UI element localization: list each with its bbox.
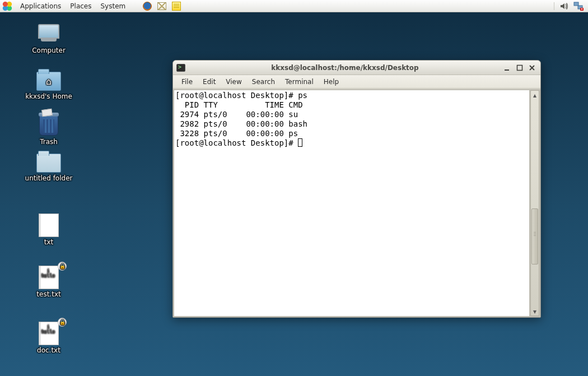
desktop-label: Trash — [40, 138, 58, 146]
trash-icon — [39, 115, 58, 136]
desktop-label: Computer — [32, 47, 66, 54]
terminal-scrollbar[interactable]: ▴ ▾ — [530, 90, 539, 316]
evolution-launcher-icon[interactable] — [156, 1, 167, 11]
menu-places[interactable]: Places — [66, 1, 96, 11]
menu-terminal[interactable]: Terminal — [280, 77, 319, 87]
desktop-label: kkxsd's Home — [25, 92, 72, 100]
computer-icon — [37, 24, 60, 43]
menu-system[interactable]: System — [96, 1, 130, 11]
desktop-icon-home[interactable]: ⌂ kkxsd's Home — [12, 68, 85, 100]
network-icon[interactable] — [573, 1, 584, 11]
gnome-foot-icon — [2, 1, 12, 11]
folder-icon — [36, 154, 61, 173]
svg-rect-4 — [581, 9, 583, 10]
scrollbar-thumb[interactable] — [531, 208, 538, 264]
firefox-launcher-icon[interactable] — [142, 1, 153, 11]
terminal-menubar: File Edit View Search Terminal Help — [173, 75, 540, 89]
menu-search[interactable]: Search — [247, 77, 280, 87]
desktop-label: untitled folder — [25, 174, 73, 182]
menu-help[interactable]: Help — [319, 77, 344, 87]
text-file-icon — [39, 213, 59, 237]
desktop-label: test.txt — [36, 290, 60, 298]
scroll-up-arrow-icon[interactable]: ▴ — [531, 91, 539, 99]
text-file-icon — [39, 322, 59, 345]
terminal-app-icon — [176, 64, 185, 72]
lock-icon: 🔒 — [58, 262, 67, 271]
menu-file[interactable]: File — [176, 77, 198, 87]
desktop-label: txt — [44, 238, 54, 246]
window-minimize-button[interactable] — [502, 63, 512, 72]
menu-applications[interactable]: Applications — [16, 1, 66, 11]
window-maximize-button[interactable] — [515, 63, 525, 72]
desktop-icon-trash[interactable]: Trash — [12, 114, 85, 146]
menu-edit[interactable]: Edit — [198, 77, 221, 87]
terminal-body: [root@localhost Desktop]# ps PID TTY TIM… — [173, 89, 540, 317]
menu-view[interactable]: View — [221, 77, 246, 87]
desktop-icon-txt[interactable]: txt — [12, 214, 85, 246]
panel-separator — [554, 2, 554, 10]
terminal-window: kkxsd@localhost:/home/kkxsd/Desktop File… — [172, 60, 541, 318]
svg-rect-6 — [517, 65, 522, 70]
volume-icon[interactable] — [558, 1, 570, 11]
desktop-icon-test-txt[interactable]: 🔒 test.txt — [12, 266, 85, 298]
gedit-launcher-icon[interactable] — [171, 1, 182, 11]
text-file-icon — [39, 266, 59, 289]
svg-rect-3 — [581, 8, 583, 9]
desktop-label: doc.txt — [37, 346, 60, 354]
lock-icon: 🔒 — [58, 318, 67, 327]
window-title: kkxsd@localhost:/home/kkxsd/Desktop — [189, 64, 501, 72]
terminal-text-area[interactable]: [root@localhost Desktop]# ps PID TTY TIM… — [174, 90, 529, 316]
desktop-icon-untitled-folder[interactable]: untitled folder — [12, 150, 85, 182]
window-titlebar[interactable]: kkxsd@localhost:/home/kkxsd/Desktop — [173, 61, 540, 75]
scroll-down-arrow-icon[interactable]: ▾ — [531, 307, 539, 315]
svg-rect-5 — [505, 69, 509, 71]
window-close-button[interactable] — [527, 63, 537, 72]
svg-rect-0 — [574, 2, 578, 6]
top-panel: Applications Places System — [0, 0, 588, 12]
desktop-icon-doc-txt[interactable]: 🔒 doc.txt — [12, 322, 85, 354]
desktop-icon-computer[interactable]: Computer — [12, 22, 85, 54]
home-folder-icon: ⌂ — [36, 72, 61, 91]
